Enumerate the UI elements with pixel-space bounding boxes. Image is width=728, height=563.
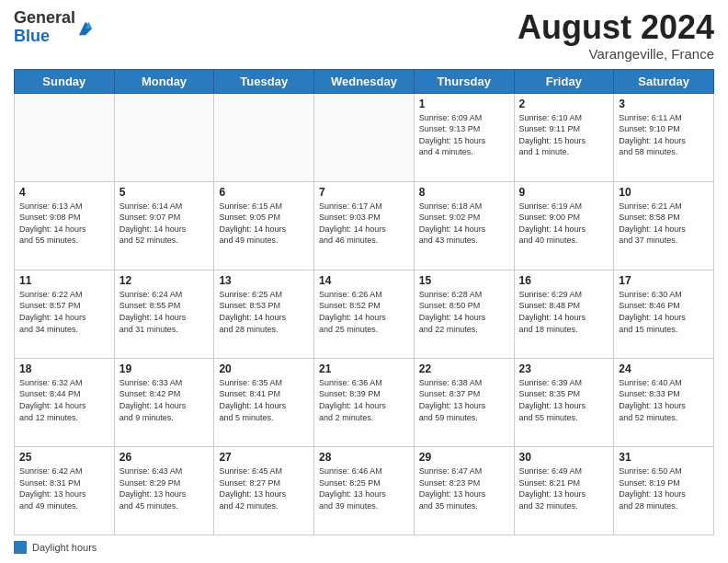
day-cell: 1Sunrise: 6:09 AM Sunset: 9:13 PM Daylig… [414, 93, 514, 181]
day-number: 14 [319, 274, 409, 287]
day-cell: 29Sunrise: 6:47 AM Sunset: 8:23 PM Dayli… [414, 446, 514, 534]
day-cell [114, 93, 214, 181]
week-row-4: 18Sunrise: 6:32 AM Sunset: 8:44 PM Dayli… [15, 358, 714, 446]
day-number: 15 [419, 274, 509, 287]
day-cell: 14Sunrise: 6:26 AM Sunset: 8:52 PM Dayli… [314, 270, 415, 358]
day-number: 5 [119, 186, 210, 199]
day-info: Sunrise: 6:13 AM Sunset: 9:08 PM Dayligh… [19, 201, 109, 247]
day-info: Sunrise: 6:35 AM Sunset: 8:41 PM Dayligh… [219, 377, 309, 423]
day-number: 26 [119, 451, 210, 464]
day-number: 27 [219, 451, 309, 464]
day-cell: 2Sunrise: 6:10 AM Sunset: 9:11 PM Daylig… [514, 93, 614, 181]
day-cell: 17Sunrise: 6:30 AM Sunset: 8:46 PM Dayli… [614, 270, 714, 358]
day-info: Sunrise: 6:39 AM Sunset: 8:35 PM Dayligh… [519, 377, 609, 423]
day-number: 31 [619, 451, 709, 464]
day-cell: 25Sunrise: 6:42 AM Sunset: 8:31 PM Dayli… [15, 446, 115, 534]
week-row-3: 11Sunrise: 6:22 AM Sunset: 8:57 PM Dayli… [15, 270, 714, 358]
day-number: 22 [419, 362, 509, 375]
day-info: Sunrise: 6:49 AM Sunset: 8:21 PM Dayligh… [519, 465, 609, 511]
day-info: Sunrise: 6:30 AM Sunset: 8:46 PM Dayligh… [619, 289, 709, 335]
day-cell: 13Sunrise: 6:25 AM Sunset: 8:53 PM Dayli… [214, 270, 314, 358]
day-number: 16 [519, 274, 609, 287]
day-number: 25 [19, 451, 109, 464]
day-info: Sunrise: 6:18 AM Sunset: 9:02 PM Dayligh… [419, 201, 509, 247]
day-number: 28 [319, 451, 409, 464]
day-number: 13 [219, 274, 309, 287]
day-number: 19 [119, 362, 210, 375]
day-cell: 23Sunrise: 6:39 AM Sunset: 8:35 PM Dayli… [514, 358, 614, 446]
day-number: 21 [319, 362, 409, 375]
day-info: Sunrise: 6:40 AM Sunset: 8:33 PM Dayligh… [619, 377, 709, 423]
logo-general: General [14, 9, 75, 28]
day-info: Sunrise: 6:29 AM Sunset: 8:48 PM Dayligh… [519, 289, 609, 335]
day-cell: 24Sunrise: 6:40 AM Sunset: 8:33 PM Dayli… [614, 358, 714, 446]
week-row-5: 25Sunrise: 6:42 AM Sunset: 8:31 PM Dayli… [15, 446, 714, 534]
weekday-monday: Monday [114, 69, 214, 93]
footer: Daylight hours [14, 541, 714, 554]
day-number: 24 [619, 362, 709, 375]
weekday-tuesday: Tuesday [214, 69, 314, 93]
day-info: Sunrise: 6:15 AM Sunset: 9:05 PM Dayligh… [219, 201, 309, 247]
day-cell: 28Sunrise: 6:46 AM Sunset: 8:25 PM Dayli… [314, 446, 415, 534]
day-number: 23 [519, 362, 609, 375]
title-block: August 2024 Varangeville, France [518, 9, 714, 62]
day-cell: 30Sunrise: 6:49 AM Sunset: 8:21 PM Dayli… [514, 446, 614, 534]
day-cell: 6Sunrise: 6:15 AM Sunset: 9:05 PM Daylig… [214, 181, 314, 270]
day-info: Sunrise: 6:10 AM Sunset: 9:11 PM Dayligh… [519, 112, 609, 158]
logo-icon [77, 20, 94, 37]
day-cell: 11Sunrise: 6:22 AM Sunset: 8:57 PM Dayli… [15, 270, 115, 358]
day-number: 30 [519, 451, 609, 464]
day-info: Sunrise: 6:21 AM Sunset: 8:58 PM Dayligh… [619, 201, 709, 247]
day-number: 1 [419, 98, 509, 110]
day-cell: 16Sunrise: 6:29 AM Sunset: 8:48 PM Dayli… [514, 270, 614, 358]
day-cell: 19Sunrise: 6:33 AM Sunset: 8:42 PM Dayli… [114, 358, 214, 446]
day-info: Sunrise: 6:19 AM Sunset: 9:00 PM Dayligh… [519, 201, 609, 247]
day-number: 10 [619, 186, 709, 199]
day-number: 7 [319, 186, 409, 199]
day-cell: 9Sunrise: 6:19 AM Sunset: 9:00 PM Daylig… [514, 181, 614, 270]
weekday-thursday: Thursday [414, 69, 514, 93]
day-cell: 31Sunrise: 6:50 AM Sunset: 8:19 PM Dayli… [614, 446, 714, 534]
day-number: 8 [419, 186, 509, 199]
day-info: Sunrise: 6:33 AM Sunset: 8:42 PM Dayligh… [119, 377, 210, 423]
page: General Blue August 2024 Varangeville, F… [0, 0, 728, 563]
day-info: Sunrise: 6:38 AM Sunset: 8:37 PM Dayligh… [419, 377, 509, 423]
day-cell: 5Sunrise: 6:14 AM Sunset: 9:07 PM Daylig… [114, 181, 214, 270]
day-number: 11 [19, 274, 109, 287]
day-info: Sunrise: 6:14 AM Sunset: 9:07 PM Dayligh… [119, 201, 210, 247]
day-cell: 7Sunrise: 6:17 AM Sunset: 9:03 PM Daylig… [314, 181, 415, 270]
day-number: 4 [19, 186, 109, 199]
day-info: Sunrise: 6:11 AM Sunset: 9:10 PM Dayligh… [619, 112, 709, 158]
day-number: 29 [419, 451, 509, 464]
day-number: 12 [119, 274, 210, 287]
day-number: 2 [519, 98, 609, 110]
calendar-table: SundayMondayTuesdayWednesdayThursdayFrid… [14, 69, 714, 535]
day-number: 9 [519, 186, 609, 199]
logo: General Blue [14, 9, 94, 46]
day-info: Sunrise: 6:22 AM Sunset: 8:57 PM Dayligh… [19, 289, 109, 335]
logo-text: General Blue [14, 9, 75, 46]
day-cell: 10Sunrise: 6:21 AM Sunset: 8:58 PM Dayli… [614, 181, 714, 270]
day-cell: 4Sunrise: 6:13 AM Sunset: 9:08 PM Daylig… [15, 181, 115, 270]
day-info: Sunrise: 6:45 AM Sunset: 8:27 PM Dayligh… [219, 465, 309, 511]
day-cell: 15Sunrise: 6:28 AM Sunset: 8:50 PM Dayli… [414, 270, 514, 358]
logo-blue: Blue [14, 28, 75, 46]
day-info: Sunrise: 6:32 AM Sunset: 8:44 PM Dayligh… [19, 377, 109, 423]
day-info: Sunrise: 6:17 AM Sunset: 9:03 PM Dayligh… [319, 201, 409, 247]
day-info: Sunrise: 6:47 AM Sunset: 8:23 PM Dayligh… [419, 465, 509, 511]
day-cell: 3Sunrise: 6:11 AM Sunset: 9:10 PM Daylig… [614, 93, 714, 181]
day-info: Sunrise: 6:25 AM Sunset: 8:53 PM Dayligh… [219, 289, 309, 335]
weekday-friday: Friday [514, 69, 614, 93]
daylight-color-box [14, 541, 27, 554]
day-cell: 12Sunrise: 6:24 AM Sunset: 8:55 PM Dayli… [114, 270, 214, 358]
week-row-1: 1Sunrise: 6:09 AM Sunset: 9:13 PM Daylig… [15, 93, 714, 181]
day-number: 18 [19, 362, 109, 375]
weekday-sunday: Sunday [15, 69, 115, 93]
month-title: August 2024 [518, 9, 714, 46]
day-number: 3 [619, 98, 709, 110]
day-info: Sunrise: 6:43 AM Sunset: 8:29 PM Dayligh… [119, 465, 210, 511]
header: General Blue August 2024 Varangeville, F… [14, 9, 714, 62]
day-cell: 26Sunrise: 6:43 AM Sunset: 8:29 PM Dayli… [114, 446, 214, 534]
day-number: 6 [219, 186, 309, 199]
daylight-label: Daylight hours [32, 542, 97, 553]
